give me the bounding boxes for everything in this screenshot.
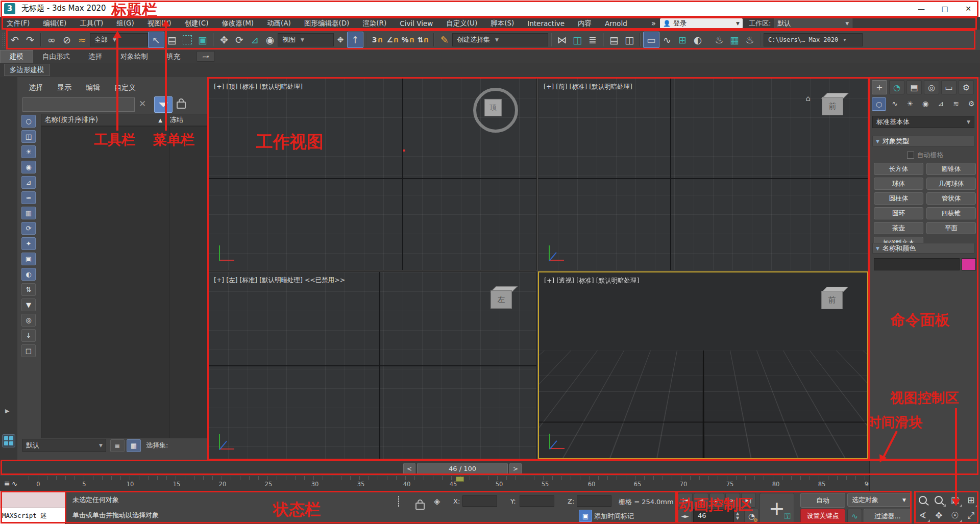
create-tab-icon[interactable]: + [872, 80, 887, 94]
filter-toggle-icon[interactable]: ▼ [21, 298, 36, 311]
viewcube-top[interactable]: 顶 [473, 88, 518, 133]
object-type-rollout[interactable]: ▼ 对象类型 [872, 136, 974, 146]
shapes-category-icon[interactable]: ∿ [888, 97, 901, 110]
time-slider-handle[interactable]: < 46 / 100 > [403, 463, 522, 475]
select-place-icon[interactable]: ◉ [262, 32, 278, 47]
explorer-menu-display[interactable]: 显示 [57, 83, 71, 92]
undo-icon[interactable]: ↶ [7, 32, 22, 47]
display-groups-icon[interactable]: ▦ [21, 207, 36, 219]
schematic-view-icon[interactable]: ⊞ [675, 32, 690, 47]
object-name-field[interactable] [874, 258, 960, 270]
sign-in-control[interactable]: 👤 登录 ▼ [660, 18, 743, 29]
percent-snap-icon[interactable]: %U [400, 32, 415, 47]
viewport-left-label[interactable]: [+] [左] [标准] [默认明暗处理] <<已禁用>> [214, 276, 345, 285]
absolute-offset-toggle-icon[interactable]: ◈ [434, 496, 440, 506]
mirror-icon[interactable]: ⋈ [554, 32, 570, 47]
menu-overflow-chevron[interactable]: » [647, 19, 660, 28]
snap-toggle-3d-icon[interactable]: 3U [370, 32, 385, 47]
isolate-selection-icon[interactable] [398, 496, 399, 506]
listener-macro-row[interactable] [0, 491, 65, 508]
play-animation-icon[interactable]: ► [709, 493, 724, 508]
name-color-rollout[interactable]: ▼ 名称和颜色 [872, 243, 974, 254]
viewcube-home-icon[interactable]: ⌂ [805, 94, 811, 103]
helpers-category-icon[interactable]: ⊿ [934, 97, 947, 110]
select-rotate-icon[interactable]: ⟳ [232, 32, 247, 47]
menu-scripting[interactable]: 脚本(S) [484, 19, 521, 28]
autogrid-checkbox[interactable] [907, 152, 914, 159]
display-materials-icon[interactable]: ◐ [21, 268, 36, 281]
name-column-header[interactable]: 名称(按升序排序) [44, 115, 98, 124]
layer-stack-icon[interactable]: ≣ [110, 439, 125, 452]
render-setup-icon[interactable]: ♨ [712, 32, 727, 47]
viewport-front-label[interactable]: [+] [前] [标准] [默认明暗处理] [544, 83, 632, 91]
key-filters-button[interactable]: 过滤器... [864, 509, 912, 523]
display-bones-icon[interactable]: ✦ [21, 237, 36, 250]
project-folder-dropdown[interactable]: C:\Users\… Max 2020 ▼ [764, 33, 863, 46]
x-coordinate-field[interactable] [462, 495, 497, 507]
display-helpers-icon[interactable]: ⊿ [21, 176, 36, 189]
explorer-column-header[interactable]: 名称(按升序排序) ▲ 冻结 [41, 114, 207, 126]
viewport-perspective-label[interactable]: [+] [透视] [标准] [默认明暗处理] [544, 277, 639, 285]
explorer-search-input[interactable] [22, 97, 135, 112]
select-object-icon[interactable]: ↖ [148, 32, 164, 48]
edit-named-sets-icon[interactable]: ✎ [437, 32, 452, 47]
key-filter-icon[interactable]: ∿ [847, 509, 862, 523]
link-icon[interactable]: ∞ [44, 32, 59, 47]
window-crossing-icon[interactable]: ▣ [195, 32, 210, 47]
zoom-extents-icon[interactable]: ▣ [947, 493, 963, 507]
clear-search-icon[interactable]: ✕ [139, 98, 146, 109]
pin-toggle-icon[interactable]: ↓ [21, 329, 36, 342]
explorer-menu-edit[interactable]: 编辑 [86, 83, 100, 92]
viewcube-perspective[interactable]: 前 [819, 287, 844, 309]
menu-modifiers[interactable]: 修改器(M) [215, 19, 260, 28]
add-time-tag-label[interactable]: 添加时间标记 [594, 512, 634, 521]
track-bar[interactable]: ≣∿ 0 5 10 15 20 25 30 35 40 45 50 55 60 … [0, 476, 980, 492]
auto-key-button[interactable]: 自动 [800, 493, 845, 508]
angle-snap-icon[interactable]: ∠U [385, 32, 400, 47]
toolbar-grip[interactable] [2, 32, 5, 47]
rendered-frame-window-icon[interactable]: ▦ [727, 32, 742, 47]
viewcube-front[interactable]: 前 [820, 93, 844, 115]
menu-animation[interactable]: 动画(A) [260, 19, 298, 28]
current-frame-indicator[interactable]: 46 / 100 [417, 463, 508, 475]
menu-create[interactable]: 创建(C) [178, 19, 215, 28]
viewport-top[interactable]: [+] [顶] [标准] [默认明暗处理] 顶 [208, 78, 537, 270]
cameras-category-icon[interactable]: ◉ [919, 97, 932, 110]
display-containers-icon[interactable]: ▣ [21, 253, 36, 265]
select-move-icon[interactable]: ✥ [216, 32, 232, 47]
bind-spacewarp-icon[interactable]: ≈ [75, 32, 90, 47]
ribbon-tab-modeling[interactable]: 建模 [0, 50, 33, 63]
menu-file[interactable]: 文件(F) [0, 19, 36, 28]
pan-view-icon[interactable]: ✥ [932, 508, 947, 522]
use-center-icon[interactable]: ✥ [334, 32, 347, 47]
display-tab-icon[interactable]: ▭ [941, 80, 957, 94]
time-tag-cube-icon[interactable]: ▣ [579, 510, 592, 522]
utilities-tab-icon[interactable]: ⚙ [959, 80, 974, 94]
menu-tools[interactable]: 工具(T) [73, 19, 110, 28]
frozen-column-header[interactable]: 冻结 [165, 114, 207, 126]
menu-group[interactable]: 组(G) [110, 19, 141, 28]
filter-funnel-icon[interactable] [154, 96, 173, 113]
previous-frame-icon[interactable]: < [403, 463, 415, 475]
previous-frame-icon[interactable]: ◄ [694, 493, 708, 508]
menu-rendering[interactable]: 渲染(R) [356, 19, 393, 28]
align-icon[interactable]: ◫ [570, 32, 585, 47]
zoom-all-icon[interactable] [932, 493, 947, 507]
curve-editor-icon[interactable]: ∿ [659, 32, 675, 47]
next-frame-icon[interactable]: ► [725, 493, 740, 508]
grid-view-icon[interactable]: ▦ [127, 439, 141, 452]
create-key-button[interactable]: +⚿ [760, 493, 794, 523]
lights-category-icon[interactable]: ☀ [903, 97, 917, 110]
use-pivot-center-icon[interactable]: ↑ [347, 32, 363, 48]
mini-curve-editor-icon[interactable]: ≣∿ [4, 478, 26, 489]
listener-script-row[interactable]: MAXScript 迷 [0, 508, 65, 524]
lock-icon[interactable] [177, 102, 186, 109]
app-logo-icon[interactable]: 3 [4, 3, 15, 14]
select-scale-icon[interactable]: ⊿ [247, 32, 262, 47]
sphere-button[interactable]: 球体 [874, 178, 923, 190]
next-frame-icon[interactable]: > [509, 463, 522, 475]
set-key-button[interactable]: 设置关键点 [800, 509, 845, 523]
tube-button[interactable]: 管状体 [926, 192, 976, 205]
display-xrefs-icon[interactable]: ⟳ [21, 222, 36, 235]
slate-material-icon[interactable]: ◫ [622, 32, 637, 47]
